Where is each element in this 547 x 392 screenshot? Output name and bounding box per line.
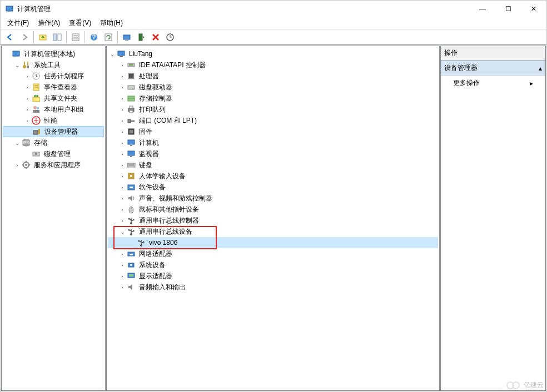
kbd-icon <box>127 160 136 169</box>
svg-rect-4 <box>58 34 61 41</box>
expander-icon[interactable]: › <box>118 129 127 135</box>
expander-icon[interactable]: › <box>118 107 127 113</box>
left-label: 任务计划程序 <box>43 72 85 81</box>
expander-icon[interactable]: › <box>118 273 127 279</box>
update-driver-button[interactable] <box>163 31 177 44</box>
menu-view[interactable]: 查看(V) <box>64 17 96 29</box>
expander-icon[interactable]: › <box>118 284 127 290</box>
left-row[interactable]: ⌄存储 <box>3 137 104 148</box>
actions-category[interactable]: 设备管理器 ▴ <box>441 61 545 76</box>
audio-icon <box>127 283 136 292</box>
expander-icon[interactable]: › <box>118 184 127 190</box>
expander-icon[interactable]: › <box>23 107 32 113</box>
stor-icon <box>127 94 136 103</box>
mid-row[interactable]: ›鼠标和其他指针设备 <box>108 204 438 215</box>
mid-row[interactable]: ›磁盘驱动器 <box>108 82 438 93</box>
expander-icon[interactable]: ⌄ <box>118 229 127 235</box>
mid-label: 软件设备 <box>138 183 167 192</box>
expander-icon[interactable]: › <box>23 84 32 91</box>
expander-icon[interactable]: › <box>118 195 127 202</box>
expander-icon[interactable]: ⌄ <box>13 140 22 146</box>
left-row[interactable]: ›事件查看器 <box>3 82 104 93</box>
sched-icon <box>32 72 41 81</box>
expander-icon[interactable]: › <box>118 173 127 179</box>
refresh-button[interactable] <box>102 31 115 44</box>
expander-icon[interactable]: › <box>118 207 127 213</box>
back-button[interactable] <box>3 31 17 44</box>
mid-row[interactable]: ⌄通用串行总线设备 <box>108 226 438 237</box>
left-row[interactable]: ›本地用户和组 <box>3 104 104 115</box>
expander-icon[interactable]: ⌄ <box>13 62 22 68</box>
mid-row[interactable]: ›显示适配器 <box>108 270 438 282</box>
mid-label: 磁盘驱动器 <box>138 83 173 92</box>
expander-icon[interactable]: ⌄ <box>108 51 117 57</box>
expander-icon[interactable]: › <box>23 73 32 79</box>
left-row[interactable]: 设备管理器 <box>3 126 104 137</box>
expander-icon[interactable]: › <box>118 251 127 257</box>
mid-row[interactable]: ›处理器 <box>108 71 438 82</box>
mid-label: 鼠标和其他指针设备 <box>138 205 200 214</box>
hid-icon <box>127 172 136 180</box>
expander-icon[interactable]: › <box>118 162 127 168</box>
mid-row[interactable]: ›键盘 <box>108 159 438 170</box>
mid-row[interactable]: ›端口 (COM 和 LPT) <box>108 115 438 126</box>
mid-row[interactable]: ›监视器 <box>108 148 438 159</box>
left-row[interactable]: ›任务计划程序 <box>3 71 104 82</box>
left-row[interactable]: ⌄系统工具 <box>3 59 104 71</box>
expander-icon[interactable]: › <box>13 162 22 168</box>
actions-header: 操作 <box>441 46 545 61</box>
mid-row[interactable]: ›存储控制器 <box>108 93 438 104</box>
expander-icon[interactable]: › <box>118 140 127 146</box>
expander-icon[interactable]: › <box>118 84 127 91</box>
mid-row[interactable]: ›软件设备 <box>108 182 438 193</box>
show-hide-tree-button[interactable] <box>51 31 64 44</box>
scan-hardware-button[interactable] <box>120 31 133 44</box>
svg-point-75 <box>138 240 140 242</box>
more-actions-item[interactable]: 更多操作 ▸ <box>441 76 545 91</box>
left-row[interactable]: 磁盘管理 <box>3 148 104 159</box>
mid-row[interactable]: ›固件 <box>108 126 438 137</box>
menu-file[interactable]: 文件(F) <box>3 17 33 29</box>
mid-label: 通用串行总线设备 <box>138 227 193 237</box>
expander-icon[interactable]: › <box>118 96 127 102</box>
expander-icon[interactable]: › <box>23 118 32 124</box>
help-button[interactable]: ? <box>87 31 101 44</box>
menu-help[interactable]: 帮助(H) <box>96 17 127 29</box>
close-button[interactable]: ✕ <box>521 1 546 17</box>
enable-button[interactable] <box>135 31 148 44</box>
left-row[interactable]: 计算机管理(本地) <box>3 48 104 59</box>
expander-icon[interactable]: › <box>118 118 127 124</box>
mid-row[interactable]: ›系统设备 <box>108 259 438 270</box>
mid-row[interactable]: vivo 1806 <box>108 237 438 248</box>
mid-row[interactable]: ⌄LiuTang <box>108 48 438 59</box>
properties-button[interactable] <box>69 31 82 44</box>
mid-row[interactable]: ›打印队列 <box>108 104 438 115</box>
expander-icon[interactable]: › <box>118 218 127 224</box>
up-button[interactable] <box>36 31 49 44</box>
forward-button[interactable] <box>18 31 31 44</box>
svg-rect-29 <box>33 110 39 113</box>
mid-row[interactable]: ›计算机 <box>108 137 438 148</box>
mid-label: 端口 (COM 和 LPT) <box>138 116 198 125</box>
minimize-button[interactable]: — <box>470 1 495 17</box>
expander-icon[interactable]: › <box>23 96 32 102</box>
mid-row[interactable]: ›网络适配器 <box>108 248 438 259</box>
left-row[interactable]: ›共享文件夹 <box>3 93 104 104</box>
uninstall-button[interactable] <box>149 31 162 44</box>
fw-icon <box>127 127 136 136</box>
expander-icon[interactable]: › <box>118 73 127 79</box>
mid-row[interactable]: ›IDE ATA/ATAPI 控制器 <box>108 59 438 71</box>
mid-row[interactable]: ›声音、视频和游戏控制器 <box>108 193 438 204</box>
mid-row[interactable]: ›通用串行总线控制器 <box>108 215 438 226</box>
maximize-button[interactable]: ☐ <box>495 1 521 17</box>
expander-icon[interactable]: › <box>118 262 127 268</box>
expander-icon[interactable]: › <box>118 151 127 157</box>
expander-icon[interactable]: › <box>118 62 127 68</box>
svg-rect-56 <box>130 145 132 146</box>
mid-row[interactable]: ›人体学输入设备 <box>108 170 438 182</box>
svg-rect-3 <box>53 34 57 41</box>
left-row[interactable]: ›性能 <box>3 115 104 126</box>
menu-action[interactable]: 操作(A) <box>33 17 64 29</box>
mid-row[interactable]: ›音频输入和输出 <box>108 282 438 293</box>
left-row[interactable]: ›服务和应用程序 <box>3 159 104 170</box>
